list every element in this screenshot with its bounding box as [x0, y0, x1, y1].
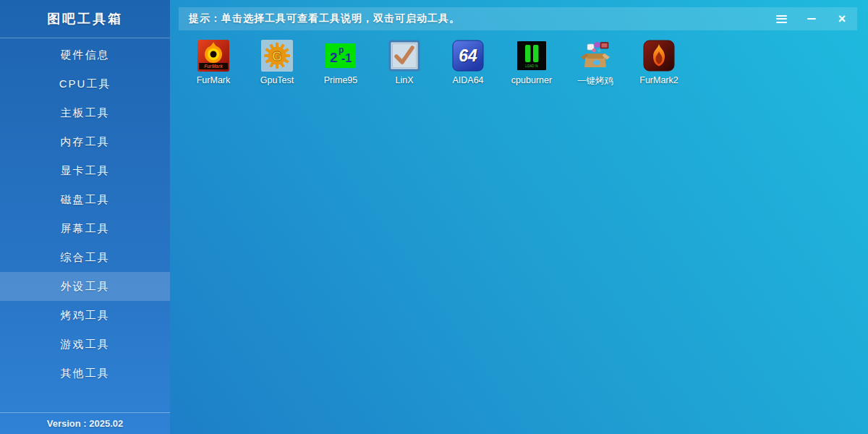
aida64-icon: 64 64: [452, 40, 484, 72]
sidebar-item-hardware-info[interactable]: 硬件信息: [0, 41, 170, 69]
prime95-icon: 2 p -1: [325, 40, 357, 72]
version-label: Version : 2025.02: [0, 412, 170, 434]
tool-yijian-kaoji[interactable]: 一键烤鸡: [563, 40, 627, 88]
sidebar-item-disk-tools[interactable]: 磁盘工具: [0, 185, 170, 214]
sidebar-item-other-tools[interactable]: 其他工具: [0, 359, 170, 388]
svg-text:-1: -1: [341, 52, 352, 64]
tool-furmark2[interactable]: FurMark2: [627, 40, 691, 88]
minimize-button[interactable]: [796, 7, 827, 30]
linx-icon: [388, 40, 420, 72]
tool-grid: FurMark FurMark G GpuTest 2 p -1 Pri: [182, 40, 691, 88]
tool-prime95[interactable]: 2 p -1 Prime95: [309, 40, 373, 88]
minimize-icon: [807, 18, 816, 20]
sidebar-item-game-tools[interactable]: 游戏工具: [0, 330, 170, 359]
close-icon: ×: [838, 12, 846, 25]
sidebar-item-motherboard-tools[interactable]: 主板工具: [0, 98, 170, 127]
tool-furmark[interactable]: FurMark FurMark: [182, 40, 245, 88]
svg-text:FurMark: FurMark: [204, 64, 223, 69]
svg-text:G: G: [272, 49, 282, 64]
sidebar-item-general-tools[interactable]: 综合工具: [0, 243, 170, 272]
furmark2-icon: [643, 40, 675, 72]
hamburger-icon: [776, 15, 787, 23]
window-controls: ×: [766, 7, 857, 30]
tool-linx[interactable]: LinX: [373, 40, 436, 88]
yijian-kaoji-icon: [579, 40, 611, 72]
sidebar-item-cpu-tools[interactable]: CPU工具: [0, 69, 170, 98]
tip-bar: 提示：单击选择工具可查看工具说明，双击可启动工具。 ×: [179, 7, 857, 30]
tip-text: 提示：单击选择工具可查看工具说明，双击可启动工具。: [179, 12, 766, 25]
sidebar-item-peripheral-tools[interactable]: 外设工具: [0, 272, 170, 301]
cpuburner-icon: LOAD %: [516, 40, 548, 72]
menu-button[interactable]: [766, 7, 796, 30]
svg-text:64: 64: [459, 46, 477, 65]
furmark-icon: FurMark: [197, 40, 229, 72]
tool-cpuburner[interactable]: LOAD % cpuburner: [500, 40, 563, 88]
tool-gputest[interactable]: G GpuTest: [245, 40, 309, 88]
sidebar: 图吧工具箱 硬件信息CPU工具主板工具内存工具显卡工具磁盘工具屏幕工具综合工具外…: [0, 0, 170, 434]
close-button[interactable]: ×: [827, 7, 857, 30]
sidebar-item-screen-tools[interactable]: 屏幕工具: [0, 214, 170, 243]
sidebar-item-stresstest-tools[interactable]: 烤鸡工具: [0, 301, 170, 330]
gputest-icon: G: [261, 40, 293, 72]
sidebar-item-memory-tools[interactable]: 内存工具: [0, 127, 170, 156]
svg-text:LOAD %: LOAD %: [525, 64, 538, 68]
tool-aida64[interactable]: 64 64 AIDA64: [436, 40, 500, 88]
sidebar-nav: 硬件信息CPU工具主板工具内存工具显卡工具磁盘工具屏幕工具综合工具外设工具烤鸡工…: [0, 38, 170, 388]
app-title: 图吧工具箱: [0, 0, 170, 38]
svg-text:2: 2: [330, 50, 338, 65]
app-window: 提示：单击选择工具可查看工具说明，双击可启动工具。 × FurMark FurM…: [0, 0, 868, 434]
sidebar-item-gpu-tools[interactable]: 显卡工具: [0, 156, 170, 185]
